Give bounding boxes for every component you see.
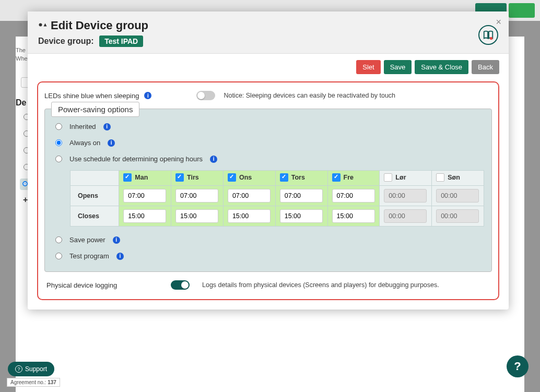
schedule-corner <box>71 171 119 186</box>
modal-header: × Edit Device group Device group: Test I… <box>28 11 509 54</box>
day-header-tirs: Tirs <box>171 171 224 186</box>
leds-toggle[interactable] <box>196 91 215 100</box>
closes-input-tirs[interactable] <box>175 209 218 223</box>
leds-row: LEDs shine blue when sleeping i Notice: … <box>44 89 492 102</box>
power-saving-legend: Power-saving options <box>51 102 139 117</box>
option-test-program: Test program i <box>52 248 484 264</box>
opens-input-fre[interactable] <box>332 189 375 203</box>
opens-input-tors[interactable] <box>280 189 323 203</box>
logging-row: Physical device logging Logs details fro… <box>44 279 492 291</box>
day-header-man: Man <box>119 171 171 186</box>
help-circle-icon: ? <box>15 365 22 373</box>
day-checkbox-man[interactable] <box>123 173 132 182</box>
opens-input-lor <box>384 189 427 203</box>
row-opens-label: Opens <box>71 186 119 206</box>
label-save-power: Save power <box>69 236 105 244</box>
label-always-on: Always on <box>69 139 100 147</box>
agreement-label: Agreement no.: 137 <box>7 378 60 387</box>
shapes-icon <box>38 21 48 30</box>
info-icon[interactable]: i <box>144 92 151 99</box>
closes-input-son <box>436 209 479 223</box>
opens-input-son <box>436 189 479 203</box>
day-header-fre: Fre <box>327 171 380 186</box>
row-closes-label: Closes <box>71 206 119 227</box>
info-icon[interactable]: i <box>103 123 111 130</box>
modal-subtitle: Device group: Test IPAD <box>38 35 498 47</box>
support-button[interactable]: ? Support <box>8 362 54 376</box>
radio-save-power[interactable] <box>55 236 62 243</box>
modal-title: Edit Device group <box>38 19 498 32</box>
day-checkbox-fre[interactable] <box>332 173 341 182</box>
day-checkbox-tirs[interactable] <box>175 173 184 182</box>
action-bar: Slet Save Save & Close Back <box>37 60 499 74</box>
bg-text: The <box>16 47 26 53</box>
day-label-tors: Tors <box>291 174 305 181</box>
day-label-tirs: Tirs <box>187 174 199 181</box>
day-checkbox-tors[interactable] <box>280 173 288 182</box>
bg-text: Whe <box>16 55 28 62</box>
day-checkbox-son[interactable] <box>436 173 444 182</box>
option-save-power: Save power i <box>52 232 484 248</box>
bg-heading: De <box>16 98 26 108</box>
closes-input-tors[interactable] <box>280 209 323 223</box>
svg-point-0 <box>39 23 42 27</box>
day-checkbox-ons[interactable] <box>228 173 236 182</box>
option-inherited: Inherited i <box>52 118 484 135</box>
option-always-on: Always on i <box>52 135 484 151</box>
help-fab-button[interactable]: ? <box>507 355 529 377</box>
opens-input-man[interactable] <box>123 189 166 203</box>
info-icon[interactable]: i <box>108 139 115 147</box>
day-label-ons: Ons <box>239 174 252 181</box>
edit-device-group-modal: × Edit Device group Device group: Test I… <box>28 11 509 310</box>
label-inherited: Inherited <box>69 123 96 130</box>
bg-plus-icon: + <box>23 195 28 205</box>
closes-input-ons[interactable] <box>228 209 271 223</box>
delete-button[interactable]: Slet <box>356 60 380 74</box>
close-icon[interactable]: × <box>496 17 501 28</box>
radio-schedule[interactable] <box>55 156 62 162</box>
closes-input-man[interactable] <box>123 209 166 223</box>
highlighted-section: LEDs shine blue when sleeping i Notice: … <box>37 81 499 300</box>
schedule-table: ManTirsOnsTorsFreLørSøn Opens Closes <box>70 170 484 227</box>
closes-input-lor <box>384 209 427 223</box>
label-test-program: Test program <box>69 252 109 260</box>
logging-label: Physical device logging <box>46 281 161 289</box>
support-label: Support <box>25 365 47 373</box>
save-button[interactable]: Save <box>384 60 412 74</box>
day-checkbox-lor[interactable] <box>384 173 392 182</box>
logging-toggle[interactable] <box>171 280 190 290</box>
info-icon[interactable]: i <box>210 156 217 163</box>
day-header-ons: Ons <box>223 171 275 186</box>
opens-input-ons[interactable] <box>228 189 271 203</box>
save-close-button[interactable]: Save & Close <box>415 60 468 74</box>
radio-always-on[interactable] <box>55 139 62 146</box>
modal-body: Slet Save Save & Close Back LEDs shine b… <box>28 54 509 310</box>
day-label-lor: Lør <box>395 174 406 181</box>
manual-icon[interactable] <box>478 25 498 45</box>
day-label-son: Søn <box>448 174 460 181</box>
day-header-son: Søn <box>432 171 484 186</box>
info-icon[interactable]: i <box>113 236 120 244</box>
radio-test-program[interactable] <box>55 253 62 259</box>
svg-point-1 <box>490 37 493 40</box>
bg-button <box>509 3 535 18</box>
day-header-lor: Lør <box>380 171 432 186</box>
option-schedule: Use schedule for determining opening hou… <box>52 151 484 167</box>
power-saving-fieldset: Power-saving options Inherited i Always … <box>44 109 492 272</box>
label-schedule: Use schedule for determining opening hou… <box>69 155 203 163</box>
day-label-fre: Fre <box>344 174 354 181</box>
logging-desc: Logs details from physical devices (Scre… <box>202 281 439 289</box>
leds-label: LEDs shine blue when sleeping <box>44 92 139 100</box>
closes-input-fre[interactable] <box>332 209 375 223</box>
radio-inherited[interactable] <box>55 123 62 130</box>
opens-input-tirs[interactable] <box>175 189 218 203</box>
modal-title-text: Edit Device group <box>51 19 148 32</box>
leds-notice: Notice: Sleeping devices can easily be r… <box>224 92 395 99</box>
day-header-tors: Tors <box>275 171 327 186</box>
back-button[interactable]: Back <box>472 60 499 74</box>
device-group-badge: Test IPAD <box>99 35 143 47</box>
day-label-man: Man <box>135 174 148 181</box>
question-icon: ? <box>514 360 521 373</box>
info-icon[interactable]: i <box>116 253 124 260</box>
